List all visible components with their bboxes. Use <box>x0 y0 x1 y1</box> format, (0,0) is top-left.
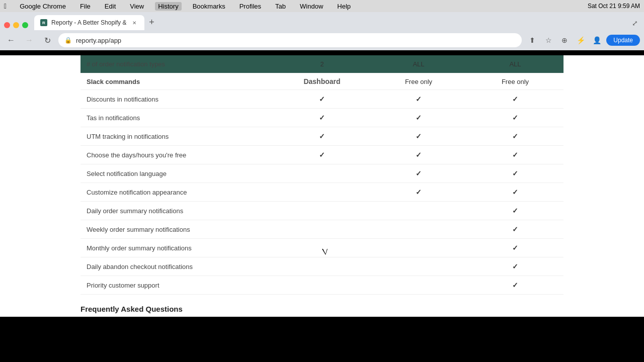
feature-label: Select notification language <box>80 164 274 183</box>
menubar-tab[interactable]: Tab <box>272 2 289 11</box>
back-button[interactable]: ← <box>4 33 18 47</box>
window-shrink-button[interactable]: ⤢ <box>630 18 640 28</box>
feature-col2: ✓ <box>370 164 467 183</box>
feature-col1 <box>274 257 370 276</box>
maximize-window-btn[interactable] <box>22 22 28 28</box>
feature-col1 <box>274 239 370 257</box>
header-col2: ALL <box>370 55 467 73</box>
order-notification-label: # of order notification types <box>80 55 274 73</box>
black-bottom-bar <box>0 317 644 357</box>
menubar-profiles[interactable]: Profiles <box>236 2 264 11</box>
menubar-window[interactable]: Window <box>297 2 326 11</box>
menubar-file[interactable]: File <box>77 2 94 11</box>
apple-logo-icon:  <box>4 2 7 10</box>
slack-col1: Free only <box>370 73 467 90</box>
feature-col1 <box>274 202 370 220</box>
menubar-time: Sat Oct 21 9:59 AM <box>588 3 640 10</box>
feature-col2: ✓ <box>370 109 467 127</box>
lock-icon: 🔒 <box>64 37 72 44</box>
close-window-btn[interactable] <box>4 22 10 28</box>
feature-col1 <box>274 164 370 183</box>
feature-col2 <box>370 257 467 276</box>
address-bar[interactable]: 🔒 reporty.app/app <box>58 33 522 47</box>
chrome-tabbar: R Reporty - A Better Shopify & ✕ + ⤢ <box>0 12 644 30</box>
forward-button[interactable]: → <box>22 33 36 47</box>
menubar-view[interactable]: View <box>127 2 147 11</box>
profile-icon[interactable]: 👤 <box>590 34 603 47</box>
menubar-history[interactable]: History <box>155 2 181 11</box>
feature-col3: ✓ <box>467 127 564 146</box>
faq-section: Frequently Asked Questions <box>0 295 644 313</box>
comparison-table: # of order notification types 2 ALL ALL … <box>80 55 564 295</box>
feature-col2: ✓ <box>370 146 467 164</box>
update-button[interactable]: Update <box>606 35 640 46</box>
reload-button[interactable]: ↻ <box>40 33 54 47</box>
menubar-app[interactable]: Google Chrome <box>17 2 69 11</box>
tab-title: Reporty - A Better Shopify & <box>51 19 126 26</box>
feature-col1 <box>274 183 370 202</box>
black-bar-top <box>0 50 644 55</box>
browser-tab[interactable]: R Reporty - A Better Shopify & ✕ <box>34 15 144 30</box>
feature-col2 <box>370 276 467 295</box>
header-col3: ALL <box>467 55 564 73</box>
slack-col2: Free only <box>467 73 564 90</box>
reader-icon[interactable]: ⊕ <box>558 34 571 47</box>
feature-col3: ✓ <box>467 239 564 257</box>
feature-label: Priority customer support <box>80 276 274 295</box>
extension-icon[interactable]: ⚡ <box>574 34 587 47</box>
feature-label: Customize notification appearance <box>80 183 274 202</box>
feature-col1: ✓ <box>274 109 370 127</box>
bookmark-icon[interactable]: ☆ <box>542 34 555 47</box>
table-row: Tas in notifications ✓ ✓ ✓ <box>80 109 564 127</box>
faq-label: Frequently Asked Questions <box>80 305 183 313</box>
table-row: Customize notification appearance ✓ ✓ <box>80 183 564 202</box>
feature-col2: ✓ <box>370 90 467 109</box>
feature-col3: ✓ <box>467 276 564 295</box>
table-row: Daily order summary notifications ✓ <box>80 202 564 220</box>
feature-col1 <box>274 276 370 295</box>
feature-label: Daily order summary notifications <box>80 202 274 220</box>
share-icon[interactable]: ⬆ <box>526 34 539 47</box>
new-tab-button[interactable]: + <box>144 15 158 29</box>
feature-col3: ✓ <box>467 90 564 109</box>
feature-col3: ✓ <box>467 202 564 220</box>
feature-col3: ✓ <box>467 257 564 276</box>
table-row: UTM tracking in notifications ✓ ✓ ✓ <box>80 127 564 146</box>
menubar-edit[interactable]: Edit <box>102 2 119 11</box>
table-row: Select notification language ✓ ✓ <box>80 164 564 183</box>
page-content: # of order notification types 2 ALL ALL … <box>0 55 644 357</box>
dashboard-header-row: Slack commands Dashboard Free only Free … <box>80 73 564 90</box>
table-row: Weekly order summary notifications ✓ <box>80 220 564 239</box>
tab-favicon: R <box>40 19 47 26</box>
feature-label: Daily abandon checkout notifications <box>80 257 274 276</box>
feature-col2 <box>370 202 467 220</box>
feature-label: Choose the days/hours you're free <box>80 146 274 164</box>
header-col1: 2 <box>274 55 370 73</box>
macos-menubar:  Google Chrome File Edit View History B… <box>0 0 644 12</box>
table-row: Discounts in notifications ✓ ✓ ✓ <box>80 90 564 109</box>
feature-col2: ✓ <box>370 183 467 202</box>
dark-header-row: # of order notification types 2 ALL ALL <box>80 55 564 73</box>
table-row: Daily abandon checkout notifications ✓ <box>80 257 564 276</box>
menubar-right: Sat Oct 21 9:59 AM <box>588 3 640 10</box>
feature-label: Monthly order summary notifications <box>80 239 274 257</box>
comparison-table-wrapper: # of order notification types 2 ALL ALL … <box>0 55 644 295</box>
feature-col2: ✓ <box>370 127 467 146</box>
menubar-bookmarks[interactable]: Bookmarks <box>190 2 228 11</box>
feature-col1: ✓ <box>274 146 370 164</box>
feature-label: Discounts in notifications <box>80 90 274 109</box>
menubar-help[interactable]: Help <box>334 2 354 11</box>
feature-col2 <box>370 220 467 239</box>
feature-label: Weekly order summary notifications <box>80 220 274 239</box>
table-row: Choose the days/hours you're free ✓ ✓ ✓ <box>80 146 564 164</box>
table-row: Monthly order summary notifications ✓ <box>80 239 564 257</box>
feature-label: UTM tracking in notifications <box>80 127 274 146</box>
chrome-addressbar: ← → ↻ 🔒 reporty.app/app ⬆ ☆ ⊕ ⚡ 👤 Update <box>0 30 644 50</box>
slack-label: Slack commands <box>80 73 274 90</box>
minimize-window-btn[interactable] <box>13 22 19 28</box>
feature-col1: ✓ <box>274 90 370 109</box>
tab-close-button[interactable]: ✕ <box>130 19 138 27</box>
dashboard-label: Dashboard <box>274 73 370 90</box>
feature-col3: ✓ <box>467 146 564 164</box>
addressbar-actions: ⬆ ☆ ⊕ ⚡ 👤 Update <box>526 34 640 47</box>
